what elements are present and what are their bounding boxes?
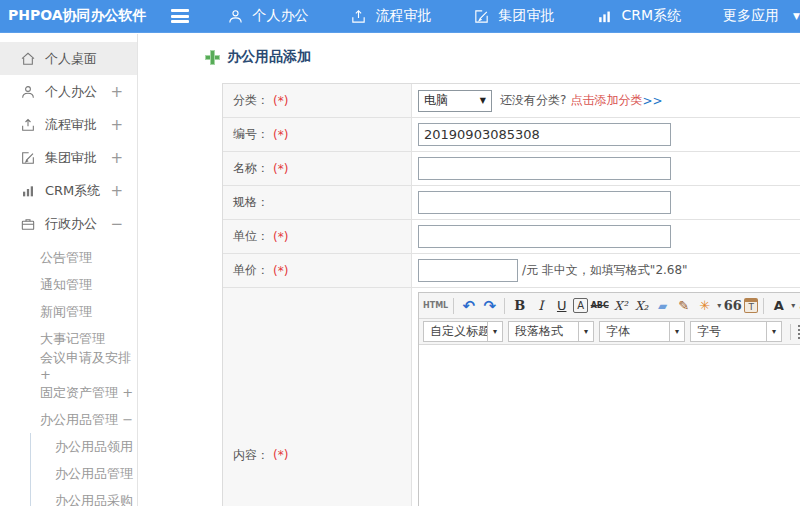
sidebar-item-label: 个人办公 [45, 83, 97, 101]
sidebar-item-news-mgmt[interactable]: 新闻管理 [0, 298, 137, 325]
topnav-label: 个人办公 [252, 7, 308, 25]
caret-down-icon[interactable]: ▾ [717, 301, 721, 310]
undo-button[interactable]: ↶ [459, 296, 478, 315]
sidebar-item-admin-office[interactable]: 行政办公 − [0, 207, 137, 240]
unit-field-cell [412, 220, 800, 253]
main-content: 办公用品添加 分类： (*) 电脑 ▼ 还没有分类? 点击添加分类 >> [139, 34, 800, 506]
expand-plus-icon[interactable]: + [110, 182, 123, 200]
sidebar-item-personal-office[interactable]: 个人办公 + [0, 75, 137, 108]
sidebar-item-events-mgmt[interactable]: 大事记管理 [0, 325, 137, 352]
subscript-button[interactable]: X₂ [632, 296, 651, 315]
required-mark: (*) [273, 448, 288, 462]
caret-down-icon[interactable]: ▾ [791, 301, 795, 310]
add-icon [206, 51, 219, 64]
topnav-item-workflow-approval[interactable]: 流程审批 [350, 7, 431, 25]
superscript-button[interactable]: X² [611, 296, 630, 315]
topnav-item-group-approval[interactable]: 集团审批 [473, 7, 554, 25]
page-header: 办公用品添加 [206, 48, 311, 66]
price-hint: /元 非中文，如填写格式"2.68" [522, 262, 688, 279]
spec-label-cell: 规格： [223, 186, 412, 219]
field-label: 编号： [233, 126, 269, 143]
required-mark: (*) [273, 162, 288, 176]
required-mark: (*) [273, 94, 288, 108]
category-select[interactable]: 电脑 ▼ [418, 90, 492, 112]
topnav-item-personal-office[interactable]: 个人办公 [227, 7, 308, 25]
sidebar-item-announcement-mgmt[interactable]: 公告管理 [0, 244, 137, 271]
sidebar-item-office-supplies-mgmt[interactable]: 办公用品管理 − [0, 406, 137, 433]
sidebar-item-label: 流程审批 [45, 116, 97, 134]
align-left-button[interactable] [796, 322, 800, 341]
expand-plus-icon[interactable]: + [110, 149, 123, 167]
field-label: 单价： [233, 262, 269, 279]
sidebar-item-workflow-approval[interactable]: 流程审批 + [0, 108, 137, 141]
topnav-label: CRM系统 [621, 7, 681, 25]
code-label-cell: 编号： (*) [223, 118, 412, 151]
sidebar-item-personal-desktop[interactable]: 个人桌面 [0, 42, 137, 75]
top-navigation: 个人办公 流程审批 集团审批 CRM系统 更多应用 ▼ [227, 7, 800, 25]
sidebar-item-group-approval[interactable]: 集团审批 + [0, 141, 137, 174]
category-select-value: 电脑 [424, 92, 448, 109]
required-mark: (*) [273, 264, 288, 278]
custom-title-select[interactable]: 自定义标题 ▾ [423, 321, 503, 342]
sidebar-item-label: CRM系统 [45, 182, 100, 200]
sidebar-item-crm[interactable]: CRM系统 + [0, 174, 137, 207]
sidebar-item-supplies-receive[interactable]: 办公用品领用 [31, 433, 137, 460]
sidebar-item-meeting-mgmt[interactable]: 会议申请及安排+ [0, 352, 137, 379]
source-code-button[interactable]: HTML [423, 296, 448, 315]
spec-field-cell [412, 186, 800, 219]
font-family-select[interactable]: 字体 ▾ [599, 321, 685, 342]
menu-icon[interactable] [171, 9, 189, 23]
caret-down-icon: ▼ [793, 11, 800, 21]
sidebar-item-fixed-assets-mgmt[interactable]: 固定资产管理 + [0, 379, 137, 406]
strikethrough-button[interactable]: ABC [590, 296, 609, 315]
editor-content-area[interactable] [419, 345, 800, 506]
blockquote-button[interactable]: 66 [723, 296, 742, 315]
redo-button[interactable]: ↷ [480, 296, 499, 315]
font-size-select[interactable]: 字号 ▾ [690, 321, 782, 342]
sidebar-item-notice-mgmt[interactable]: 通知管理 [0, 271, 137, 298]
form-row-price: 单价： (*) /元 非中文，如填写格式"2.68" [223, 254, 800, 288]
italic-button[interactable]: I [531, 296, 550, 315]
add-category-link-arrows[interactable]: >> [642, 94, 662, 108]
font-color-button[interactable]: A [769, 296, 788, 315]
name-input[interactable] [418, 157, 671, 180]
caret-down-icon: ▾ [487, 322, 502, 341]
name-label-cell: 名称： (*) [223, 152, 412, 185]
sidebar-admin-children: 公告管理 通知管理 新闻管理 大事记管理 会议申请及安排+ 固定资产管理 + 办… [0, 244, 137, 506]
font-border-button[interactable]: A [573, 298, 588, 313]
sidebar-item-supplies-purchase[interactable]: 办公用品采购 [31, 487, 137, 506]
unit-label-cell: 单位： (*) [223, 220, 412, 253]
required-mark: (*) [273, 230, 288, 244]
home-icon [20, 51, 36, 67]
collapse-minus-icon[interactable]: − [110, 215, 123, 233]
toolbar-divider [763, 298, 764, 314]
bold-button[interactable]: B [510, 296, 529, 315]
code-input[interactable] [418, 123, 671, 146]
expand-plus-icon[interactable]: + [110, 83, 123, 101]
caret-down-icon: ▾ [766, 322, 781, 341]
underline-button[interactable]: U [552, 296, 571, 315]
spec-input[interactable] [418, 191, 671, 214]
unit-input[interactable] [418, 225, 671, 248]
paste-text-button[interactable]: T [744, 298, 758, 313]
topnav-item-crm[interactable]: CRM系统 [596, 7, 681, 25]
app-window: PHPOA协同办公软件 个人办公 流程审批 集团审批 CRM系统 更多应用 ▼ [0, 0, 800, 506]
eraser-button[interactable]: ▰ [653, 296, 672, 315]
form-row-code: 编号： (*) [223, 118, 800, 152]
form-row-unit: 单位： (*) [223, 220, 800, 254]
topnav-label: 集团审批 [498, 7, 554, 25]
caret-down-icon: ▾ [669, 322, 684, 341]
format-brush-button[interactable]: ✎ [674, 296, 693, 315]
rich-text-editor: HTML ↶ ↷ B I U A ABC X² X₂ ▰ [418, 292, 800, 506]
form-row-content: 内容： (*) HTML ↶ ↷ B I U [223, 288, 800, 506]
toolbar-divider [790, 324, 791, 340]
price-input[interactable] [418, 259, 518, 282]
expand-plus-icon[interactable]: + [110, 116, 123, 134]
auto-typeset-button[interactable]: ✳ [695, 296, 714, 315]
add-category-link[interactable]: 点击添加分类 [570, 92, 642, 109]
sidebar-item-supplies-manage[interactable]: 办公用品管理 [31, 460, 137, 487]
topnav-label: 流程审批 [375, 7, 431, 25]
topnav-item-more-apps[interactable]: 更多应用 ▼ [723, 7, 800, 25]
brand-logo: PHPOA协同办公软件 [0, 7, 171, 25]
paragraph-format-select[interactable]: 段落格式 ▾ [508, 321, 594, 342]
